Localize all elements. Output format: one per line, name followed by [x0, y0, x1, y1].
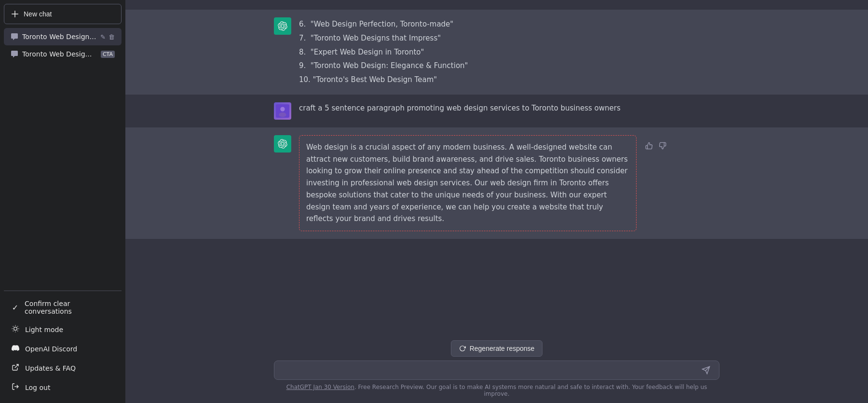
list-item: 8. "Expert Web Design in Toronto": [299, 45, 637, 59]
light-mode-label: Light mode: [25, 326, 63, 334]
logout-label: Log out: [25, 384, 50, 391]
chat-item-badge: CTA: [101, 51, 115, 58]
message-row: 6. "Web Design Perfection, Toronto-made"…: [125, 10, 868, 95]
svg-point-12: [280, 107, 285, 111]
chat-icon: [11, 33, 18, 41]
chat-messages: 6. "Web Design Perfection, Toronto-made"…: [125, 0, 868, 334]
svg-line-8: [17, 326, 18, 327]
delete-icon[interactable]: 🗑: [108, 33, 115, 41]
main-content: 6. "Web Design Perfection, Toronto-made"…: [125, 0, 868, 403]
external-link-icon: [11, 363, 20, 373]
footer-text: ChatGPT Jan 30 Version. Free Research Pr…: [274, 384, 719, 397]
chat-input[interactable]: [281, 365, 696, 376]
sidebar-action-confirm-clear[interactable]: ✓ Confirm clear conversations: [4, 295, 122, 320]
chat-input-row: [274, 361, 719, 380]
confirm-clear-label: Confirm clear conversations: [25, 300, 115, 315]
new-chat-label: New chat: [24, 10, 52, 18]
send-icon: [702, 366, 710, 375]
sidebar-action-discord[interactable]: OpenAI Discord: [4, 339, 122, 359]
chat-bottom: Regenerate response ChatGPT Jan 30 Versi…: [125, 334, 868, 403]
sun-icon: [11, 325, 20, 334]
ai-message-content: Web design is a crucial aspect of any mo…: [299, 135, 637, 231]
ai-avatar: [274, 17, 291, 35]
svg-point-0: [14, 327, 17, 331]
ai-avatar: [274, 135, 291, 153]
sidebar-action-light-mode[interactable]: Light mode: [4, 320, 122, 339]
logout-icon: [11, 383, 20, 392]
svg-point-13: [279, 112, 286, 117]
message-actions: [644, 135, 667, 153]
svg-line-7: [13, 331, 14, 331]
chat-list: Toronto Web Design Sl ✎ 🗑 Toronto Web De…: [4, 28, 122, 287]
list-item: 6. "Web Design Perfection, Toronto-made": [299, 17, 637, 31]
ai-message-text: Web design is a crucial aspect of any mo…: [306, 143, 628, 223]
thumbs-down-button[interactable]: [658, 141, 667, 153]
user-message-text: craft a 5 sentence paragraph promoting w…: [299, 104, 621, 112]
faq-label: Updates & FAQ: [25, 364, 76, 372]
sidebar-action-logout[interactable]: Log out: [4, 378, 122, 397]
chat-item-label: Toronto Web Design Sl: [22, 33, 96, 41]
thumbs-up-button[interactable]: [644, 141, 654, 153]
svg-line-3: [13, 326, 14, 327]
svg-line-4: [17, 331, 18, 331]
checkmark-icon: ✓: [11, 303, 20, 312]
message-row: Web design is a crucial aspect of any mo…: [125, 127, 868, 239]
refresh-icon: [459, 345, 466, 352]
user-avatar: [274, 102, 291, 120]
list-item: 7. "Toronto Web Designs that Impress": [299, 31, 637, 45]
chat-icon: [11, 50, 18, 58]
footer-link[interactable]: ChatGPT Jan 30 Version: [286, 384, 354, 390]
svg-line-9: [15, 364, 18, 368]
sidebar-divider: [4, 291, 122, 291]
sidebar-footer: ✓ Confirm clear conversations Light mode: [4, 295, 122, 399]
regenerate-button[interactable]: Regenerate response: [451, 340, 543, 357]
discord-label: OpenAI Discord: [25, 345, 77, 353]
message-content: 6. "Web Design Perfection, Toronto-made"…: [299, 17, 637, 87]
send-button[interactable]: [700, 365, 712, 375]
new-chat-button[interactable]: New chat: [4, 4, 122, 24]
discord-icon: [11, 344, 20, 354]
chat-item-label: Toronto Web Design Firm: [22, 50, 96, 58]
sidebar-action-faq[interactable]: Updates & FAQ: [4, 359, 122, 378]
list-item: 9. "Toronto Web Design: Elegance & Funct…: [299, 59, 637, 73]
chat-item[interactable]: Toronto Web Design Firm CTA: [4, 45, 122, 63]
regenerate-label: Regenerate response: [470, 345, 535, 352]
chat-item[interactable]: Toronto Web Design Sl ✎ 🗑: [4, 28, 122, 45]
user-message-content: craft a 5 sentence paragraph promoting w…: [299, 102, 637, 114]
sidebar: New chat Toronto Web Design Sl ✎ 🗑 Toron…: [0, 0, 125, 403]
chat-item-actions: ✎ 🗑: [100, 33, 115, 41]
numbered-list: 6. "Web Design Perfection, Toronto-made"…: [299, 17, 637, 87]
edit-icon[interactable]: ✎: [100, 33, 106, 41]
plus-icon: [11, 10, 19, 18]
list-item: 10. "Toronto's Best Web Design Team": [299, 73, 637, 87]
message-row: craft a 5 sentence paragraph promoting w…: [125, 95, 868, 127]
